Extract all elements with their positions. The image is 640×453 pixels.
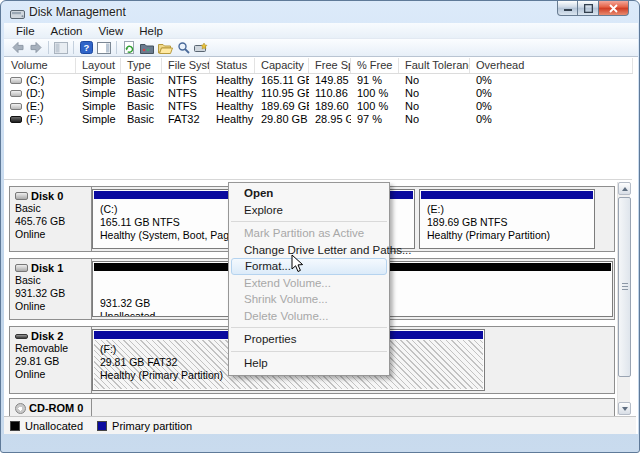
vertical-scrollbar[interactable] — [617, 182, 630, 415]
partition-legend: UnallocatedPrimary partition — [4, 416, 636, 434]
scrollbar-thumb[interactable] — [618, 197, 631, 377]
disk-name: Disk 0 — [15, 190, 91, 202]
volume-row[interactable]: (C:)SimpleBasicNTFSHealthy (S...165.11 G… — [5, 74, 633, 87]
column-header[interactable]: Volume — [5, 58, 76, 73]
volume-row[interactable]: (E:)SimpleBasicNTFSHealthy (P...189.69 G… — [5, 100, 633, 113]
window-controls — [557, 1, 629, 16]
legend-item: Primary partition — [97, 420, 192, 432]
back-icon[interactable] — [9, 40, 27, 56]
column-header[interactable]: File System — [162, 58, 210, 73]
minimize-button[interactable] — [557, 1, 578, 16]
volume-cell: (F:) — [5, 113, 76, 126]
toolbar-separator — [73, 41, 74, 54]
partition-text: (E:)189.69 GB NTFSHealthy (Primary Parti… — [420, 203, 594, 242]
partition-color-strip — [421, 191, 593, 199]
menu-separator — [231, 221, 387, 222]
cell-pct: 100 % — [351, 87, 399, 100]
refresh-icon[interactable] — [120, 40, 138, 56]
action-pane-icon[interactable] — [95, 40, 113, 56]
open-folder-icon[interactable] — [156, 40, 174, 56]
volume-row[interactable]: (F:)SimpleBasicFAT32Healthy (P...29.80 G… — [5, 113, 633, 126]
column-header[interactable]: Layout — [76, 58, 121, 73]
disk-row-cd-rom-0[interactable]: CD-ROM 0DVD (Z:) — [9, 398, 615, 417]
menu-item-explore[interactable]: Explore — [229, 202, 389, 219]
disk-icon — [15, 192, 28, 200]
menu-item-shrink-volume: Shrink Volume... — [229, 291, 389, 308]
legend-swatch — [10, 421, 20, 431]
forward-icon[interactable] — [27, 40, 45, 56]
disk-name: CD-ROM 0 — [15, 402, 91, 414]
disk-size: 465.76 GB — [15, 215, 91, 228]
menu-item-properties[interactable]: Properties — [229, 331, 389, 348]
menu-item-change-drive-letter-and-paths[interactable]: Change Drive Letter and Paths... — [229, 242, 389, 259]
column-header[interactable]: Status — [210, 58, 255, 73]
cell-type: Basic — [121, 113, 162, 126]
volume-cell: (D:) — [5, 87, 76, 100]
partition-line: Healthy (Primary Partition) — [427, 229, 594, 242]
volume-cell: (C:) — [5, 74, 76, 87]
disk-name: Disk 2 — [15, 330, 91, 342]
cell-capacity: 29.80 GB — [255, 113, 309, 126]
partition-track — [92, 399, 614, 417]
console-tree-icon[interactable] — [52, 40, 70, 56]
menu-action[interactable]: Action — [43, 24, 91, 38]
cell-type: Basic — [121, 87, 162, 100]
cell-pct: 100 % — [351, 100, 399, 113]
column-header[interactable]: Fault Tolerance — [399, 58, 470, 73]
close-button[interactable] — [598, 1, 629, 16]
search-icon[interactable] — [174, 40, 192, 56]
cell-free: 149.85 GB — [309, 74, 351, 87]
legend-label: Unallocated — [25, 420, 83, 432]
menu-item-help[interactable]: Help — [229, 355, 389, 372]
volume-row[interactable]: (D:)SimpleBasicNTFSHealthy (P...110.95 G… — [5, 87, 633, 100]
cell-layout: Simple — [76, 100, 121, 113]
properties-icon[interactable] — [138, 40, 156, 56]
column-header[interactable]: Capacity — [255, 58, 309, 73]
cell-free: 28.95 GB — [309, 113, 351, 126]
volume-list: VolumeLayoutTypeFile SystemStatusCapacit… — [5, 58, 633, 126]
scroll-down-button[interactable] — [618, 402, 631, 415]
cell-status: Healthy (P... — [210, 87, 255, 100]
removable-drive-icon — [10, 116, 22, 123]
cell-pct: 91 % — [351, 74, 399, 87]
column-header[interactable]: Type — [121, 58, 162, 73]
menu-help[interactable]: Help — [131, 24, 171, 38]
column-header[interactable]: Free Spa... — [309, 58, 351, 73]
cell-free: 189.60 GB — [309, 100, 351, 113]
disk-kind: Basic — [15, 274, 91, 287]
drive-icon — [10, 90, 22, 97]
help-icon[interactable]: ? — [77, 40, 95, 56]
partition-block[interactable]: (E:)189.69 GB NTFSHealthy (Primary Parti… — [419, 189, 595, 249]
disk-tools-icon[interactable] — [192, 40, 210, 56]
cell-fs: NTFS — [162, 87, 210, 100]
menu-item-delete-volume: Delete Volume... — [229, 308, 389, 325]
cell-free: 110.86 GB — [309, 87, 351, 100]
toolbar-separator — [48, 41, 49, 54]
menu-file[interactable]: File — [8, 24, 43, 38]
menu-item-open[interactable]: Open — [229, 185, 389, 202]
volume-label: (E:) — [26, 100, 44, 113]
disk-info-panel: Disk 1Basic931.32 GBOnline — [10, 259, 92, 319]
cell-fs: FAT32 — [162, 113, 210, 126]
column-header[interactable]: Overhead — [470, 58, 633, 73]
volume-list-header: VolumeLayoutTypeFile SystemStatusCapacit… — [5, 58, 633, 74]
pane-splitter[interactable] — [4, 179, 632, 180]
window-title: Disk Management — [29, 5, 126, 19]
volume-cell: (E:) — [5, 100, 76, 113]
toolbar-separator — [116, 41, 117, 54]
column-header[interactable]: % Free — [351, 58, 399, 73]
cell-fault: No — [399, 113, 470, 126]
scroll-up-button[interactable] — [618, 182, 631, 195]
cell-status: Healthy (P... — [210, 113, 255, 126]
mouse-cursor — [291, 254, 305, 278]
disk-status: Online — [15, 228, 91, 241]
maximize-button[interactable] — [578, 1, 598, 16]
menu-view[interactable]: View — [91, 24, 132, 38]
title-bar[interactable]: Disk Management — [1, 1, 639, 23]
volume-label: (F:) — [26, 113, 43, 126]
menu-item-format[interactable]: Format... — [231, 258, 387, 275]
disk-name: Disk 1 — [15, 262, 91, 274]
cell-status: Healthy (P... — [210, 100, 255, 113]
disk-status: Online — [15, 368, 91, 381]
cell-status: Healthy (S... — [210, 74, 255, 87]
